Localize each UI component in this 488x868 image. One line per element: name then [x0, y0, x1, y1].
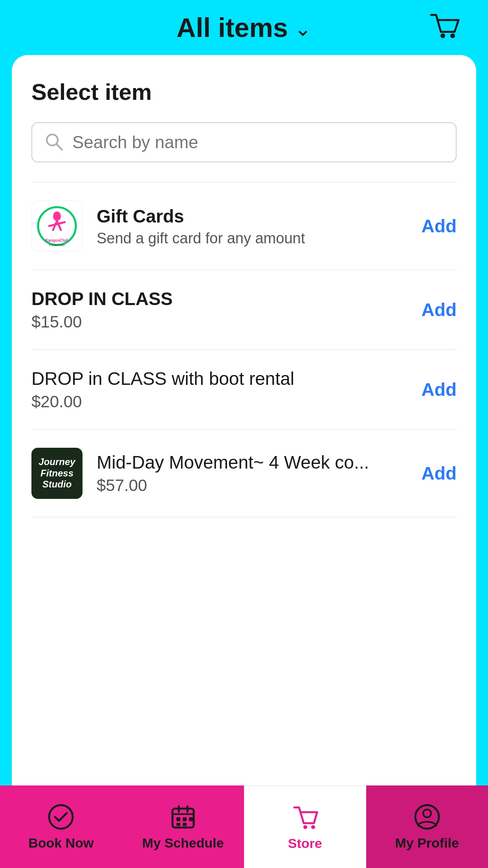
person-icon — [413, 803, 441, 831]
header-title-container[interactable]: All items ⌄ — [176, 12, 311, 43]
svg-point-23 — [311, 825, 315, 829]
svg-point-22 — [303, 825, 307, 829]
list-item: DROP in CLASS with boot rental $20.00 Ad… — [31, 350, 457, 430]
item-list: KangooClub Fredericton Gift Cards Send a… — [31, 182, 457, 517]
item-logo-kangoo: KangooClub Fredericton — [31, 200, 83, 252]
nav-item-store[interactable]: Store — [244, 785, 366, 868]
item-price: $15.00 — [31, 313, 410, 331]
main-card: Select item — [12, 55, 476, 785]
item-name: Gift Cards — [97, 206, 410, 227]
nav-label-book-now: Book Now — [28, 835, 94, 851]
item-name: DROP IN CLASS — [31, 288, 410, 309]
item-name: Mid-Day Movement~ 4 Week co... — [97, 452, 410, 473]
section-title: Select item — [31, 79, 457, 105]
svg-point-12 — [49, 805, 73, 829]
bottom-nav: Book Now My Schedule Store — [0, 785, 488, 868]
item-info: Gift Cards Send a gift card for any amou… — [97, 206, 410, 247]
item-description: Send a gift card for any amount — [97, 230, 410, 247]
search-icon — [44, 132, 64, 153]
svg-point-1 — [450, 33, 455, 38]
item-name: DROP in CLASS with boot rental — [31, 368, 410, 389]
add-drop-in-boot-button[interactable]: Add — [410, 379, 457, 400]
item-price: $20.00 — [31, 392, 410, 411]
svg-text:Fredericton: Fredericton — [49, 243, 65, 247]
nav-label-my-profile: My Profile — [395, 835, 459, 851]
nav-item-book-now[interactable]: Book Now — [0, 785, 122, 868]
item-info: DROP IN CLASS $15.00 — [31, 288, 410, 331]
cart-icon — [429, 13, 460, 40]
add-gift-cards-button[interactable]: Add — [410, 215, 457, 237]
add-drop-in-class-button[interactable]: Add — [410, 299, 457, 320]
svg-point-5 — [53, 211, 61, 221]
svg-rect-17 — [176, 817, 180, 821]
svg-rect-18 — [183, 817, 187, 821]
nav-item-my-profile[interactable]: My Profile — [366, 785, 488, 868]
list-item: KangooClub Fredericton Gift Cards Send a… — [31, 182, 457, 270]
nav-label-store: Store — [288, 836, 322, 851]
cart-button[interactable] — [429, 13, 460, 42]
search-container[interactable] — [31, 122, 457, 162]
add-mid-day-movement-button[interactable]: Add — [410, 463, 457, 484]
svg-rect-20 — [176, 823, 180, 826]
item-price: $57.00 — [97, 476, 410, 495]
svg-point-0 — [440, 33, 445, 38]
nav-label-my-schedule: My Schedule — [142, 835, 224, 851]
header: All items ⌄ — [0, 0, 488, 55]
item-info: DROP in CLASS with boot rental $20.00 — [31, 368, 410, 411]
svg-line-3 — [56, 144, 62, 150]
store-cart-icon — [291, 804, 319, 831]
page-title: All items — [176, 12, 288, 43]
item-logo-journey: JourneyFitnessStudio — [31, 448, 83, 499]
check-circle-icon — [47, 803, 75, 831]
svg-rect-21 — [183, 823, 187, 826]
svg-text:KangooClub: KangooClub — [45, 238, 68, 243]
search-input[interactable] — [72, 132, 444, 152]
svg-point-25 — [423, 809, 431, 817]
item-info: Mid-Day Movement~ 4 Week co... $57.00 — [97, 452, 410, 495]
list-item: JourneyFitnessStudio Mid-Day Movement~ 4… — [31, 430, 457, 517]
chevron-down-icon[interactable]: ⌄ — [294, 17, 312, 40]
list-item: DROP IN CLASS $15.00 Add — [31, 270, 457, 350]
calendar-icon — [169, 803, 197, 831]
svg-rect-19 — [189, 817, 193, 821]
nav-item-my-schedule[interactable]: My Schedule — [122, 785, 244, 868]
